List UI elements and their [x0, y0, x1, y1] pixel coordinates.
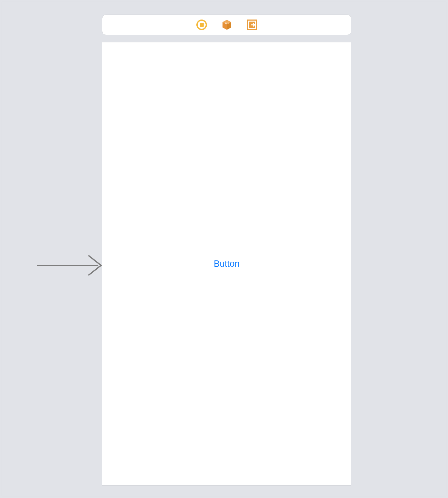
svg-text:0 1: 0 1	[225, 22, 229, 25]
svg-rect-1	[200, 23, 204, 27]
annotation-arrow-icon	[37, 253, 102, 277]
canvas-panel[interactable]: Button	[102, 42, 351, 485]
embed-icon[interactable]	[246, 19, 258, 30]
stop-icon[interactable]	[196, 19, 207, 30]
editor-container: 0 1 Button	[2, 2, 446, 496]
box-icon[interactable]: 0 1	[221, 19, 232, 30]
toolbar: 0 1	[102, 15, 351, 35]
ui-button[interactable]: Button	[214, 259, 239, 269]
